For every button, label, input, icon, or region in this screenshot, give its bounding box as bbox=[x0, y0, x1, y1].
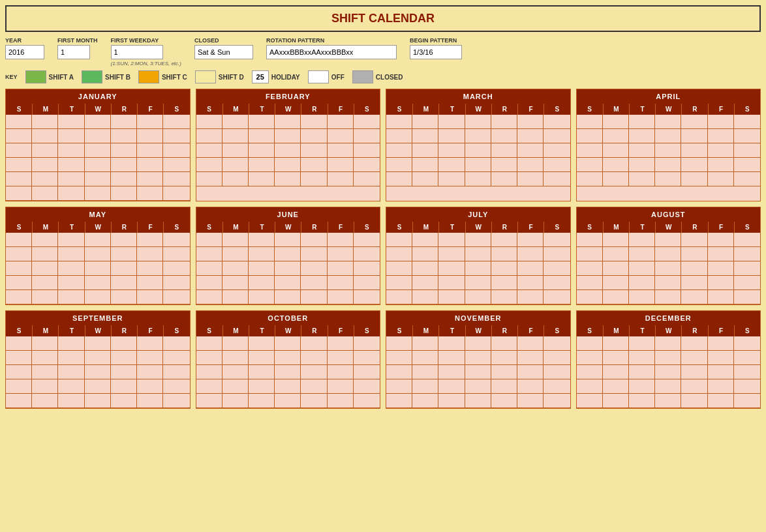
day-cell[interactable] bbox=[85, 247, 111, 261]
day-cell[interactable] bbox=[386, 290, 412, 304]
day-cell[interactable] bbox=[354, 336, 380, 351]
day-cell[interactable] bbox=[328, 290, 354, 304]
day-cell[interactable] bbox=[111, 351, 137, 365]
day-cell[interactable] bbox=[32, 351, 58, 365]
day-cell[interactable] bbox=[85, 276, 111, 290]
day-cell[interactable] bbox=[137, 129, 163, 143]
day-cell[interactable] bbox=[517, 115, 544, 129]
day-cell[interactable] bbox=[196, 276, 222, 290]
day-cell[interactable] bbox=[734, 129, 760, 143]
day-cell[interactable] bbox=[386, 379, 412, 394]
day-cell[interactable] bbox=[32, 143, 58, 158]
day-cell[interactable] bbox=[111, 247, 137, 261]
day-cell[interactable] bbox=[301, 115, 327, 129]
day-cell[interactable] bbox=[491, 276, 517, 290]
day-cell[interactable] bbox=[111, 261, 137, 276]
day-cell[interactable] bbox=[58, 158, 84, 172]
day-cell[interactable] bbox=[6, 290, 32, 304]
day-cell[interactable] bbox=[412, 261, 438, 276]
day-cell[interactable] bbox=[708, 233, 734, 247]
day-cell[interactable] bbox=[354, 115, 380, 129]
day-cell[interactable] bbox=[681, 261, 707, 276]
day-cell[interactable] bbox=[249, 261, 275, 276]
day-cell[interactable] bbox=[58, 261, 84, 276]
day-cell[interactable] bbox=[328, 233, 354, 247]
day-cell[interactable] bbox=[491, 351, 517, 365]
day-cell[interactable] bbox=[196, 172, 222, 186]
day-cell[interactable] bbox=[629, 351, 655, 365]
day-cell[interactable] bbox=[196, 115, 222, 129]
day-cell[interactable] bbox=[85, 129, 111, 143]
day-cell[interactable] bbox=[6, 379, 32, 394]
day-cell[interactable] bbox=[734, 115, 760, 129]
day-cell[interactable] bbox=[544, 351, 570, 365]
day-cell[interactable] bbox=[249, 379, 275, 394]
day-cell[interactable] bbox=[386, 143, 412, 158]
day-cell[interactable] bbox=[603, 290, 629, 304]
day-cell[interactable] bbox=[491, 379, 517, 394]
day-cell[interactable] bbox=[491, 233, 517, 247]
day-cell[interactable] bbox=[196, 336, 222, 351]
day-cell[interactable] bbox=[111, 143, 137, 158]
day-cell[interactable] bbox=[655, 261, 681, 276]
day-cell[interactable] bbox=[85, 290, 111, 304]
day-cell[interactable] bbox=[111, 172, 137, 186]
day-cell[interactable] bbox=[111, 115, 137, 129]
day-cell[interactable] bbox=[301, 158, 327, 172]
day-cell[interactable] bbox=[163, 247, 189, 261]
day-cell[interactable] bbox=[491, 115, 517, 129]
day-cell[interactable] bbox=[438, 351, 465, 365]
day-cell[interactable] bbox=[137, 186, 163, 201]
day-cell[interactable] bbox=[137, 365, 163, 379]
day-cell[interactable] bbox=[6, 247, 32, 261]
day-cell[interactable] bbox=[328, 351, 354, 365]
day-cell[interactable] bbox=[386, 247, 412, 261]
day-cell[interactable] bbox=[655, 351, 681, 365]
day-cell[interactable] bbox=[58, 290, 84, 304]
day-cell[interactable] bbox=[603, 379, 629, 394]
first-weekday-input[interactable] bbox=[111, 45, 163, 59]
day-cell[interactable] bbox=[111, 186, 137, 201]
day-cell[interactable] bbox=[32, 336, 58, 351]
day-cell[interactable] bbox=[491, 336, 517, 351]
day-cell[interactable] bbox=[301, 261, 327, 276]
day-cell[interactable] bbox=[412, 172, 438, 186]
day-cell[interactable] bbox=[301, 276, 327, 290]
day-cell[interactable] bbox=[577, 261, 603, 276]
day-cell[interactable] bbox=[328, 394, 354, 408]
day-cell[interactable] bbox=[275, 261, 301, 276]
day-cell[interactable] bbox=[163, 276, 189, 290]
day-cell[interactable] bbox=[708, 351, 734, 365]
day-cell[interactable] bbox=[603, 233, 629, 247]
day-cell[interactable] bbox=[328, 336, 354, 351]
day-cell[interactable] bbox=[32, 247, 58, 261]
day-cell[interactable] bbox=[354, 158, 380, 172]
day-cell[interactable] bbox=[655, 276, 681, 290]
day-cell[interactable] bbox=[681, 158, 707, 172]
day-cell[interactable] bbox=[438, 336, 465, 351]
day-cell[interactable] bbox=[163, 172, 189, 186]
day-cell[interactable] bbox=[629, 276, 655, 290]
day-cell[interactable] bbox=[275, 379, 301, 394]
day-cell[interactable] bbox=[465, 129, 491, 143]
day-cell[interactable] bbox=[577, 247, 603, 261]
day-cell[interactable] bbox=[465, 394, 491, 408]
day-cell[interactable] bbox=[163, 115, 189, 129]
day-cell[interactable] bbox=[137, 261, 163, 276]
day-cell[interactable] bbox=[222, 379, 249, 394]
day-cell[interactable] bbox=[301, 143, 327, 158]
day-cell[interactable] bbox=[6, 351, 32, 365]
day-cell[interactable] bbox=[32, 394, 58, 408]
day-cell[interactable] bbox=[163, 379, 189, 394]
day-cell[interactable] bbox=[137, 172, 163, 186]
day-cell[interactable] bbox=[386, 129, 412, 143]
day-cell[interactable] bbox=[603, 143, 629, 158]
day-cell[interactable] bbox=[6, 233, 32, 247]
day-cell[interactable] bbox=[137, 276, 163, 290]
day-cell[interactable] bbox=[58, 172, 84, 186]
day-cell[interactable] bbox=[354, 247, 380, 261]
day-cell[interactable] bbox=[655, 247, 681, 261]
day-cell[interactable] bbox=[708, 336, 734, 351]
day-cell[interactable] bbox=[629, 129, 655, 143]
day-cell[interactable] bbox=[137, 115, 163, 129]
